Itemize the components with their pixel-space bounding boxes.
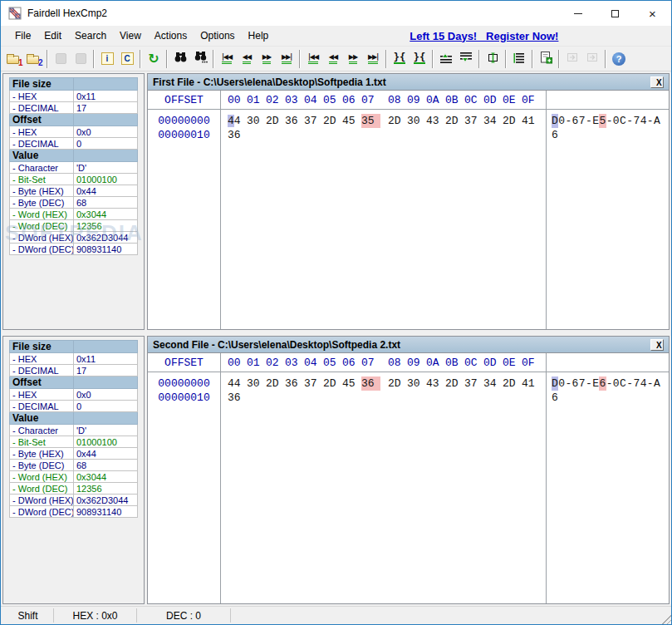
hex-byte[interactable]: 30 <box>247 114 266 128</box>
recompare-button[interactable]: ↻ <box>144 49 164 68</box>
ascii-char[interactable]: - <box>586 114 592 128</box>
ascii-char[interactable]: 0 <box>613 114 620 128</box>
next-equal-block-button[interactable]: ▶▶ <box>343 49 363 68</box>
panel-close-button[interactable]: X <box>650 76 664 88</box>
ascii-char[interactable]: - <box>565 376 571 391</box>
find-next-button[interactable] <box>190 49 210 68</box>
hex-byte[interactable]: 37 <box>304 376 323 391</box>
ascii-char[interactable]: - <box>606 114 613 128</box>
hex-byte[interactable]: 44 <box>228 376 247 391</box>
find-button[interactable] <box>170 49 190 68</box>
menu-edit[interactable]: Edit <box>37 27 68 45</box>
ascii-char[interactable]: A <box>654 114 660 128</box>
ascii-char[interactable]: 0 <box>558 376 565 391</box>
align-offset-up-button[interactable] <box>436 49 456 68</box>
minimize-button[interactable] <box>559 1 596 26</box>
menu-file[interactable]: File <box>8 27 37 45</box>
hex-byte[interactable]: 2D <box>503 114 522 128</box>
ascii-char[interactable]: - <box>647 114 654 128</box>
hex-byte[interactable]: 2D <box>388 114 407 128</box>
ascii-char[interactable]: 7 <box>633 114 640 128</box>
previous-equal-block-button[interactable]: ◀◀ <box>323 49 343 68</box>
hex-byte[interactable]: 41 <box>522 376 541 391</box>
hex-byte[interactable]: 37 <box>464 114 483 128</box>
ascii-char[interactable]: 7 <box>579 114 586 128</box>
ascii-char[interactable]: - <box>626 114 633 128</box>
ascii-char[interactable]: C <box>620 114 626 128</box>
ascii-char[interactable]: 6 <box>552 391 558 405</box>
ascii-char[interactable]: D <box>552 114 558 128</box>
ascii-char[interactable]: A <box>654 376 660 391</box>
hex-byte[interactable]: 2D <box>445 114 464 128</box>
hex-byte[interactable]: 34 <box>483 114 503 128</box>
hex-byte[interactable]: 35 <box>361 114 380 128</box>
ascii-char[interactable]: D <box>552 376 558 391</box>
last-difference-button[interactable]: ▶▶| <box>277 49 297 68</box>
create-report-button[interactable] <box>536 49 556 68</box>
register-link[interactable]: Left 15 Days! Register Now! <box>410 30 558 42</box>
resize-grip-icon[interactable] <box>660 613 671 624</box>
ascii-char[interactable]: - <box>606 376 613 391</box>
ascii-char[interactable]: 4 <box>640 376 647 391</box>
ascii-char[interactable]: - <box>647 376 654 391</box>
open-second-file-button[interactable]: 2 <box>24 49 44 68</box>
hex-byte[interactable]: 45 <box>342 114 361 128</box>
hex-byte[interactable]: 36 <box>228 391 247 405</box>
byte-per-line-button[interactable] <box>509 49 529 68</box>
align-offset-down-button[interactable] <box>456 49 476 68</box>
hex-byte[interactable]: 30 <box>407 114 426 128</box>
compare-mode-button[interactable]: C <box>117 49 137 68</box>
ascii-char[interactable]: E <box>592 376 599 391</box>
ascii-char[interactable]: - <box>626 376 633 391</box>
hex-byte[interactable]: 2D <box>445 376 464 391</box>
hex-byte[interactable]: 2D <box>323 114 342 128</box>
ascii-char[interactable]: 7 <box>579 376 586 391</box>
close-button[interactable]: × <box>634 1 671 26</box>
menu-options[interactable]: Options <box>194 27 241 45</box>
hex-byte[interactable]: 34 <box>483 376 503 391</box>
ascii-column[interactable]: D0-67-E6-0C-74-A6 <box>547 372 669 603</box>
file-info-button[interactable]: i <box>97 49 117 68</box>
hex-byte[interactable]: 2D <box>503 376 522 391</box>
hex-byte[interactable]: 37 <box>304 114 323 128</box>
hex-byte[interactable]: 37 <box>464 376 483 391</box>
hex-byte[interactable]: 43 <box>426 376 445 391</box>
ascii-char[interactable]: 6 <box>552 128 558 142</box>
open-first-file-button[interactable]: 1 <box>4 49 24 68</box>
menu-help[interactable]: Help <box>242 27 276 45</box>
ascii-char[interactable]: C <box>620 376 626 391</box>
menu-search[interactable]: Search <box>68 27 113 45</box>
ascii-char[interactable]: E <box>592 114 599 128</box>
hex-byte[interactable]: 41 <box>522 114 541 128</box>
panel-close-button[interactable]: X <box>650 339 664 351</box>
hex-byte[interactable]: 45 <box>342 376 361 391</box>
ascii-char[interactable]: - <box>586 376 592 391</box>
hex-byte[interactable]: 2D <box>323 376 342 391</box>
next-difference-button[interactable]: ▶▶ <box>257 49 277 68</box>
first-difference-button[interactable]: |◀◀ <box>217 49 237 68</box>
first-equal-block-button[interactable]: |◀◀ <box>303 49 323 68</box>
ascii-char[interactable]: 6 <box>572 114 579 128</box>
hex-byte[interactable]: 36 <box>285 376 304 391</box>
ascii-char[interactable]: 4 <box>640 114 647 128</box>
maximize-button[interactable] <box>596 1 634 26</box>
shift-area-left-button[interactable]: }{ <box>390 49 410 68</box>
hex-byte[interactable]: 2D <box>388 376 407 391</box>
hex-bytes-column[interactable]: 44302D36372D45362D30432D37342D4136 <box>221 372 547 603</box>
hex-byte[interactable]: 36 <box>285 114 304 128</box>
hex-byte[interactable]: 30 <box>247 376 266 391</box>
ascii-char[interactable]: 6 <box>599 376 606 391</box>
shift-area-right-button[interactable]: }{ <box>410 49 429 68</box>
ascii-char[interactable]: 0 <box>558 114 565 128</box>
select-block-button[interactable] <box>483 49 503 68</box>
ascii-char[interactable]: 6 <box>572 376 579 391</box>
last-equal-block-button[interactable]: ▶▶| <box>363 49 383 68</box>
hex-byte[interactable]: 36 <box>228 128 247 142</box>
hex-byte[interactable]: 2D <box>266 114 285 128</box>
hex-byte[interactable]: 30 <box>407 376 426 391</box>
ascii-char[interactable]: 5 <box>599 114 606 128</box>
menu-view[interactable]: View <box>113 27 148 45</box>
hex-bytes-column[interactable]: 44302D36372D45352D30432D37342D4136 <box>221 110 547 329</box>
help-button[interactable]: ? <box>609 49 629 68</box>
ascii-column[interactable]: D0-67-E5-0C-74-A6 <box>547 110 669 329</box>
